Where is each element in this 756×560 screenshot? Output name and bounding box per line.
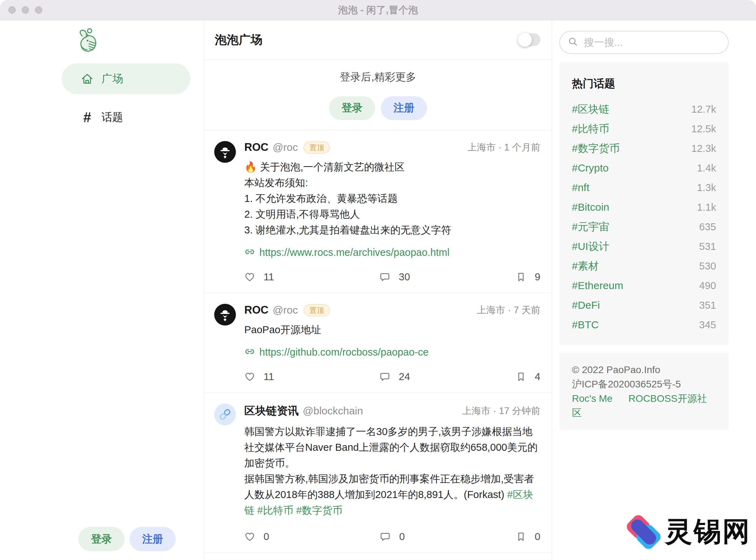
bookmark-button[interactable]: 4	[516, 371, 540, 383]
topic-count: 1.3k	[697, 182, 716, 194]
topic-tag-link[interactable]: #UI设计	[572, 239, 609, 254]
topic-count: 12.5k	[691, 123, 716, 135]
nav-label-topics: 话题	[102, 110, 123, 125]
watermark-text: 灵锡网	[665, 513, 751, 550]
topic-tag-link[interactable]: #比特币	[572, 122, 609, 136]
post-author[interactable]: ROC	[244, 304, 268, 316]
topic-row: #nft 1.3k	[572, 178, 716, 197]
topic-count: 345	[699, 319, 716, 331]
hot-topics-card: 热门话题 #区块链 12.7k #比特币 12.5k #数字货币 12.3k	[559, 62, 729, 345]
login-prompt-buttons: 登录 注册	[329, 96, 427, 120]
topic-tag-link[interactable]: #Crypto	[572, 162, 609, 174]
post-content: 🔥 关于泡泡,一个清新文艺的微社区本站发布须知:1. 不允许发布政治、黄暴恐等话…	[244, 159, 540, 238]
topic-count: 635	[699, 221, 716, 233]
nav-label-square: 广场	[102, 71, 123, 86]
bookmark-count: 9	[535, 271, 540, 283]
post-body: ROC @roc 置顶 上海市 · 7 天前 PaoPao开源地址	[244, 304, 540, 383]
comment-icon	[379, 371, 390, 382]
app-body: 广场 # 话题 登录 注册 泡泡广场 登录后,精彩更多	[0, 20, 756, 560]
chain-link-avatar[interactable]	[214, 404, 236, 425]
like-button[interactable]: 11	[244, 271, 274, 283]
post-hashtag[interactable]: #比特币	[257, 505, 293, 516]
sidebar-nav: 广场 # 话题	[0, 20, 204, 133]
like-count: 11	[264, 371, 274, 383]
footer-links: Roc's Me ROCBOSS开源社区	[572, 391, 716, 420]
comment-button[interactable]: 30	[379, 271, 410, 283]
bookmark-count: 0	[535, 531, 540, 542]
post-actions: 0 0	[244, 531, 540, 542]
post-handle: @roc	[273, 304, 298, 316]
bookmark-button[interactable]: 9	[516, 271, 540, 283]
theme-toggle[interactable]	[518, 33, 540, 46]
anonymous-avatar[interactable]	[214, 304, 236, 326]
topic-row: #DeFi 351	[572, 295, 716, 315]
post-text-line: 据韩国警方称,韩国涉及加密货币的刑事案件正在稳步增加,受害者人数从2018年的3…	[244, 471, 540, 518]
traffic-lights	[8, 6, 42, 14]
topic-count: 1.1k	[697, 202, 716, 213]
post-text-line: 🔥 关于泡泡,一个清新文艺的微社区	[244, 159, 540, 175]
sidebar-register-button[interactable]: 注册	[130, 527, 176, 551]
like-button[interactable]: 11	[244, 371, 274, 383]
zoom-window-button[interactable]	[35, 6, 42, 14]
post-text-line: PaoPao开源地址	[244, 322, 540, 338]
topic-tag-link[interactable]: #DeFi	[572, 299, 600, 311]
post-head: ROC @roc 置顶 上海市 · 7 天前	[244, 304, 540, 316]
comment-count: 24	[399, 371, 410, 383]
post-link[interactable]: https://github.com/rocboss/paopao-ce	[259, 346, 429, 358]
post-content: PaoPao开源地址	[244, 322, 540, 338]
post-hashtag[interactable]: #数字货币	[296, 505, 342, 516]
anonymous-avatar[interactable]	[214, 141, 236, 163]
watermark: 灵锡网	[628, 513, 751, 550]
paopao-logo[interactable]	[77, 28, 97, 52]
heart-icon	[244, 531, 255, 542]
topic-count: 1.4k	[697, 162, 716, 174]
topic-tag-link[interactable]: #素材	[572, 259, 599, 273]
post-handle: @blockchain	[303, 405, 363, 417]
topic-tag-link[interactable]: #BTC	[572, 319, 599, 331]
like-button[interactable]: 0	[244, 531, 269, 542]
topic-row: #比特币 12.5k	[572, 119, 716, 139]
rocs-me-link[interactable]: Roc's Me	[572, 393, 612, 404]
topic-count: 351	[699, 300, 716, 311]
login-button[interactable]: 登录	[329, 96, 375, 120]
close-window-button[interactable]	[8, 6, 16, 14]
bookmark-button[interactable]: 0	[516, 531, 540, 542]
topic-tag-link[interactable]: #Bitcoin	[572, 201, 609, 213]
pinned-badge: 置顶	[303, 141, 330, 154]
login-prompt-text: 登录后,精彩更多	[340, 70, 416, 84]
app-window: 泡泡 - 闲了,冒个泡	[0, 0, 756, 560]
topic-count: 531	[699, 241, 716, 252]
topic-tag-link[interactable]: #数字货币	[572, 141, 620, 156]
topic-count: 530	[699, 260, 716, 272]
topic-tag-link[interactable]: #区块链	[572, 102, 609, 117]
sidebar-item-square[interactable]: 广场	[62, 63, 190, 94]
post-link-row: https://www.rocs.me/archives/paopao.html	[244, 246, 540, 259]
topic-row: #数字货币 12.3k	[572, 139, 716, 158]
comment-count: 30	[399, 271, 410, 283]
search-box[interactable]	[559, 31, 729, 54]
comment-button[interactable]: 0	[380, 531, 405, 542]
post-link[interactable]: https://www.rocs.me/archives/paopao.html	[259, 247, 449, 258]
comment-icon	[379, 272, 390, 282]
post-author[interactable]: 区块链资讯	[244, 404, 299, 418]
topic-list: #区块链 12.7k #比特币 12.5k #数字货币 12.3k #Crypt…	[572, 99, 716, 335]
post-actions: 11 24	[244, 371, 540, 383]
register-button[interactable]: 注册	[381, 96, 427, 120]
comment-button[interactable]: 24	[379, 371, 410, 383]
sidebar-item-topics[interactable]: # 话题	[62, 102, 190, 133]
post-item: ROC @roc 置顶 上海市 · 7 天前 PaoPao开源地址	[204, 293, 552, 393]
topic-tag-link[interactable]: #nft	[572, 182, 589, 194]
post-text-line: 1. 不允许发布政治、黄暴恐等话题	[244, 191, 540, 206]
minimize-window-button[interactable]	[22, 6, 29, 14]
search-input[interactable]	[583, 36, 720, 49]
sidebar-login-button[interactable]: 登录	[78, 527, 125, 551]
post-author[interactable]: ROC	[244, 141, 268, 154]
post-meta: 上海市 · 1 个月前	[467, 141, 540, 154]
topic-tag-link[interactable]: #元宇宙	[572, 220, 609, 234]
post-body: ROC @roc 置顶 上海市 · 1 个月前 🔥 关于泡泡,一个清新文艺的微社…	[244, 141, 540, 283]
topic-tag-link[interactable]: #Ethereum	[572, 280, 623, 292]
site-footer-card: © 2022 PaoPao.Info 沪ICP备2020036525号-5 Ro…	[559, 353, 729, 430]
bookmark-icon	[516, 371, 526, 382]
post-list: ROC @roc 置顶 上海市 · 1 个月前 🔥 关于泡泡,一个清新文艺的微社…	[204, 131, 552, 553]
copyright-text: © 2022 PaoPao.Info	[572, 363, 716, 377]
